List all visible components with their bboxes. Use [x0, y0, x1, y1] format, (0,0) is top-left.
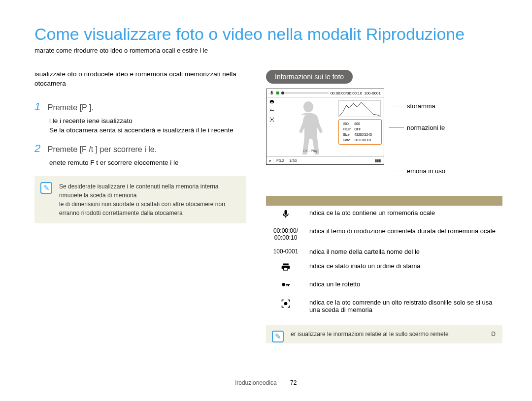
note-box: ✎ Se desiderate isualizzare i le contenu…: [34, 176, 246, 223]
person-silhouette: [281, 97, 335, 156]
callout-memory: emoria in uso: [407, 167, 445, 175]
table-row: 100-0001 ndica il nome della cartella no…: [266, 245, 502, 259]
table-row: 00:00:00/ 00:00:10 ndica il temo di riro…: [266, 224, 502, 245]
row-6-desc: ndica ce la oto comrende un olto reistra…: [305, 295, 502, 317]
step-1-number: 1: [34, 100, 40, 113]
progress-bar: [281, 93, 329, 93]
page-footer: iroduzioneodica 72: [0, 379, 532, 386]
info-iso-key: ISO: [342, 122, 352, 126]
info-date-key: Date: [342, 138, 352, 142]
info-flash-val: OFF: [353, 127, 373, 131]
info-date-val: 2011/01/01: [353, 138, 373, 142]
step-1: 1 Premete [P ]. l le i recente iene isua…: [34, 100, 246, 135]
file-info-overlay: ISO800 FlashOFF Size4320X3240 Date2011/0…: [338, 119, 382, 145]
printer-icon: [281, 262, 291, 272]
row-4-desc: ndica ce stato iniato un ordine di stama: [305, 259, 502, 277]
page-number: 72: [290, 379, 297, 386]
row-3-desc: ndica il nome della cartella nome del le: [305, 245, 502, 259]
histogram: [338, 100, 381, 117]
tip-key: D: [491, 330, 496, 339]
mic-icon: [269, 91, 274, 95]
playback-icon: ▸: [269, 158, 271, 163]
key-icon: [269, 108, 274, 113]
aperture-value: F3.2: [276, 158, 284, 163]
svg-point-2: [284, 302, 288, 306]
callout-histogram: storamma: [407, 102, 435, 110]
screen-folder: 100-0001: [364, 91, 381, 95]
tip-text: er isualizzare le inormazioni relatie al…: [291, 331, 449, 338]
battery-icon: ▮▮▮: [375, 158, 381, 163]
info-flash-key: Flash: [342, 127, 352, 131]
info-badge: Informazioni sui le foto: [266, 70, 353, 84]
icon-legend-table: ndica ce la oto contiene un romemoria oc…: [266, 196, 502, 317]
row-5-desc: ndica un le rotetto: [305, 277, 502, 295]
step-2-number: 2: [34, 142, 40, 154]
ok-play-label: OK : Play: [303, 149, 318, 153]
step-1-heading: Premete [P ].: [48, 103, 94, 112]
row-2-desc: ndica il temo di riroduzione correntela …: [305, 224, 502, 245]
shutter-value: 1/30: [289, 158, 297, 163]
callout-fileinfo: normazioni le: [407, 124, 445, 131]
svg-point-0: [271, 119, 272, 120]
face-detect-icon: [281, 299, 291, 308]
table-row: ndica ce la oto contiene un romemoria oc…: [266, 206, 502, 224]
table-row: ndica ce stato iniato un ordine di stama: [266, 259, 502, 277]
key-icon: [281, 280, 291, 290]
camera-screen: 00:00:00/00:00:10 100-0001: [266, 89, 384, 165]
footer-section: iroduzioneodica: [235, 379, 277, 386]
table-row: ndica un le rotetto: [266, 277, 502, 295]
step-1-line-b: Se la otocamera senta si accenderà e isu…: [49, 125, 246, 135]
row-1-desc: ndica ce la oto contiene un romemoria oc…: [305, 206, 502, 224]
intro-text: isualizzate oto o riroducete ideo e rome…: [34, 70, 246, 89]
screen-diagram: 00:00:00/00:00:10 100-0001: [266, 89, 502, 187]
info-iso-val: 800: [353, 122, 373, 126]
row-2-icon-text: 00:00:00/ 00:00:10: [266, 224, 305, 245]
row-3-icon-text: 100-0001: [266, 245, 305, 259]
note-icon: ✎: [272, 331, 284, 342]
page-subtitle: marate come rirodurre oto ideo o romemor…: [34, 47, 502, 54]
info-size-val: 4320X3240: [353, 132, 373, 137]
left-column: isualizzate oto o riroducete ideo e rome…: [34, 70, 246, 343]
right-column: Informazioni sui le foto 00:00:00/00:00:…: [266, 70, 502, 343]
mic-icon: [281, 209, 291, 219]
record-dot-icon: [276, 92, 279, 94]
step-2-heading: Premete [F /t ] per scorrere i le.: [48, 145, 157, 154]
printer-icon: [269, 99, 274, 104]
info-size-key: Size: [342, 132, 352, 137]
note-icon: ✎: [40, 182, 52, 194]
step-2: 2 Premete [F /t ] per scorrere i le. ene…: [34, 142, 246, 168]
tip-box: ✎ er isualizzare le inormazioni relatie …: [266, 325, 502, 343]
screen-time: 00:00:00/00:00:10: [331, 91, 363, 95]
note-line-b: le di dimensioni non suortate o scattati…: [59, 200, 239, 217]
step-2-line: enete remuto F t er scorrere elocemente …: [49, 158, 246, 168]
face-detect-icon: [269, 117, 274, 122]
step-1-line-a: l le i recente iene isualizzato: [49, 116, 246, 126]
page-title: Come visualizzare foto o video nella mod…: [34, 25, 502, 44]
table-row: ndica ce la oto comrende un olto reistra…: [266, 295, 502, 317]
note-line-a: Se desiderate isualizzare i le contenuti…: [59, 182, 239, 200]
